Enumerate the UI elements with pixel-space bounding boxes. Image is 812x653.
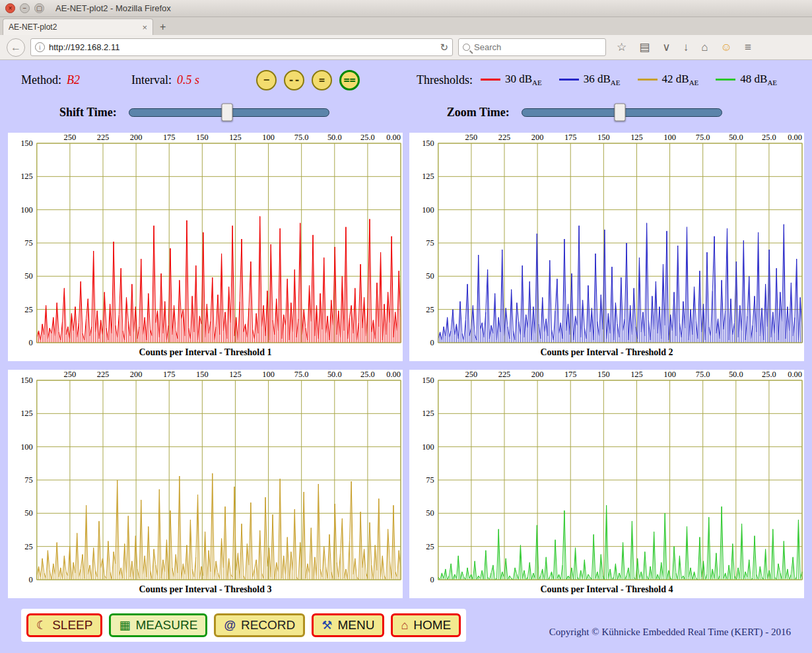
action-button-strip: ☾ SLEEP ▦ MEASURE @ RECORD ⚒ MENU ⌂ HOME xyxy=(21,609,466,642)
measure-button[interactable]: ▦ MEASURE xyxy=(109,613,207,637)
scale-dash-button[interactable]: -- xyxy=(284,70,304,90)
url-input[interactable] xyxy=(49,42,436,52)
svg-text:50: 50 xyxy=(426,508,434,518)
svg-text:50.0: 50.0 xyxy=(327,370,342,379)
reload-icon[interactable]: ↻ xyxy=(440,42,448,53)
new-tab-button[interactable]: + xyxy=(153,21,172,35)
svg-text:25: 25 xyxy=(24,305,32,314)
svg-text:100: 100 xyxy=(20,205,33,215)
svg-text:175: 175 xyxy=(564,370,577,379)
shift-time-slider-thumb[interactable] xyxy=(221,104,232,121)
svg-text:100: 100 xyxy=(663,133,676,142)
zoom-time-label: Zoom Time: xyxy=(447,106,510,120)
house-icon: ⌂ xyxy=(401,619,408,633)
svg-text:0.00: 0.00 xyxy=(386,133,401,142)
svg-text:75: 75 xyxy=(24,238,32,248)
svg-text:25.0: 25.0 xyxy=(360,370,375,379)
thresholds-label: Thresholds: xyxy=(417,73,473,87)
svg-text:100: 100 xyxy=(663,370,676,379)
svg-text:75: 75 xyxy=(426,238,434,248)
svg-text:150: 150 xyxy=(597,133,610,142)
method-label: Method: xyxy=(21,73,61,87)
footer-row: ☾ SLEEP ▦ MEASURE @ RECORD ⚒ MENU ⌂ HOME… xyxy=(8,609,804,642)
svg-text:75.0: 75.0 xyxy=(696,370,710,379)
svg-text:225: 225 xyxy=(498,370,511,379)
window-close-button[interactable]: × xyxy=(5,3,15,13)
tab-ae-net-plot2[interactable]: AE-NET-plot2 × xyxy=(3,18,153,35)
legend-line-yellow xyxy=(638,79,658,81)
search-bar[interactable] xyxy=(458,38,606,56)
legend-line-red xyxy=(481,79,500,81)
zoom-time-group: Zoom Time: xyxy=(447,106,722,120)
menu-button[interactable]: ⚒ MENU xyxy=(312,613,384,637)
legend-item-36db: 36 dBAE xyxy=(559,73,621,86)
smiley-addon-icon[interactable]: ☺ xyxy=(721,42,732,53)
svg-text:125: 125 xyxy=(422,409,434,418)
record-button[interactable]: @ RECORD xyxy=(214,613,305,637)
svg-text:75.0: 75.0 xyxy=(294,370,309,379)
search-input[interactable] xyxy=(474,42,601,52)
legend-line-blue xyxy=(559,79,579,81)
zoom-time-slider-thumb[interactable] xyxy=(614,104,625,121)
scale-equal-button[interactable]: = xyxy=(312,70,332,90)
svg-text:0.00: 0.00 xyxy=(788,370,802,379)
controls-row: Method: B2 Interval: 0.5 s − -- = == Thr… xyxy=(8,68,804,92)
svg-text:25.0: 25.0 xyxy=(762,133,776,142)
svg-text:75.0: 75.0 xyxy=(696,133,710,142)
window-maximize-button[interactable]: ▢ xyxy=(34,3,44,13)
svg-text:200: 200 xyxy=(130,133,143,142)
svg-text:125: 125 xyxy=(630,370,643,379)
tab-close-icon[interactable]: × xyxy=(142,22,147,32)
svg-text:25: 25 xyxy=(24,542,32,551)
svg-text:225: 225 xyxy=(97,133,110,142)
svg-text:50.0: 50.0 xyxy=(327,133,342,142)
svg-text:50.0: 50.0 xyxy=(729,370,743,379)
home-button[interactable]: ⌂ HOME xyxy=(391,613,461,637)
svg-text:0: 0 xyxy=(430,575,434,584)
sleep-button[interactable]: ☾ SLEEP xyxy=(26,613,102,637)
shift-time-label: Shift Time: xyxy=(59,106,117,120)
legend-item-42db: 42 dBAE xyxy=(638,73,699,86)
site-info-icon[interactable]: i xyxy=(35,42,45,52)
svg-text:225: 225 xyxy=(97,370,110,379)
wrench-icon: ⚒ xyxy=(321,618,332,633)
svg-text:125: 125 xyxy=(630,133,643,142)
chart-canvas-threshold-4: 150125100755025025022520017515012510075.… xyxy=(409,370,804,584)
chart-canvas-threshold-2: 150125100755025025022520017515012510075.… xyxy=(409,133,804,347)
url-bar[interactable]: i ↻ xyxy=(30,38,453,56)
svg-text:250: 250 xyxy=(465,370,478,379)
back-button[interactable]: ← xyxy=(7,38,25,57)
svg-text:150: 150 xyxy=(196,133,209,142)
legend-item-30db: 30 dBAE xyxy=(481,73,542,86)
bookmark-star-icon[interactable]: ☆ xyxy=(617,42,626,53)
shift-time-slider[interactable] xyxy=(129,108,329,117)
svg-text:125: 125 xyxy=(229,133,242,142)
chart-panel-threshold-4: 150125100755025025022520017515012510075.… xyxy=(409,370,804,598)
tab-bar: AE-NET-plot2 × + xyxy=(0,17,812,35)
chart-panel-threshold-3: 150125100755025025022520017515012510075.… xyxy=(8,370,403,598)
legend-line-green xyxy=(716,79,735,81)
svg-text:75: 75 xyxy=(426,475,434,485)
bookmarks-menu-icon[interactable]: ▤ xyxy=(639,42,650,53)
shift-time-group: Shift Time: xyxy=(59,106,329,120)
svg-text:75.0: 75.0 xyxy=(294,133,309,142)
scale-double-equal-button[interactable]: == xyxy=(339,70,360,90)
scale-minus-button[interactable]: − xyxy=(256,70,277,90)
downloads-icon[interactable]: ↓ xyxy=(683,42,689,53)
svg-text:50: 50 xyxy=(24,508,32,518)
svg-text:100: 100 xyxy=(422,205,434,215)
chart-canvas-threshold-3: 150125100755025025022520017515012510075.… xyxy=(8,370,403,584)
spiral-icon: @ xyxy=(224,619,236,633)
svg-text:25.0: 25.0 xyxy=(762,370,776,379)
pocket-icon[interactable]: ∨ xyxy=(662,42,670,53)
zoom-time-slider[interactable] xyxy=(522,108,722,117)
svg-text:200: 200 xyxy=(531,370,544,379)
svg-text:25: 25 xyxy=(426,305,434,314)
chart-panel-threshold-1: 150125100755025025022520017515012510075.… xyxy=(8,133,403,361)
svg-text:100: 100 xyxy=(422,442,434,452)
window-minimize-button[interactable]: − xyxy=(20,3,30,13)
home-icon[interactable]: ⌂ xyxy=(701,42,708,53)
svg-text:175: 175 xyxy=(163,370,176,379)
hamburger-menu-icon[interactable]: ≡ xyxy=(745,42,751,53)
thresholds-legend: 30 dBAE 36 dBAE 42 dBAE 48 dBAE xyxy=(481,73,777,86)
